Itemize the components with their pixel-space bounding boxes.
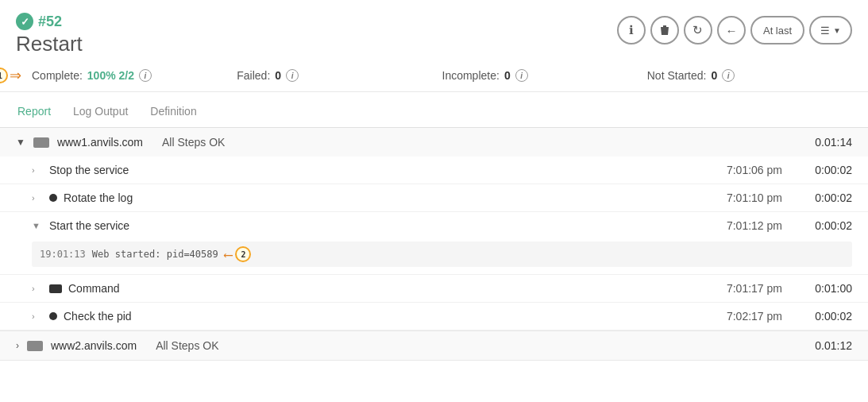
tabs: Report Log Output Definition [0,92,868,128]
server-header-1: ▼ www1.anvils.com All Steps OK 0.01:14 [0,128,868,157]
step-name-command: Command [68,282,681,295]
step-name-stop: Stop the service [49,164,681,176]
failed-label: Failed: [237,69,270,82]
step-toggle-stop[interactable]: › [32,165,43,175]
step-dot-checkpid [49,312,57,320]
callout-badge-2: 2 [235,246,251,262]
stat-complete: Complete: 100% 2/2 i [16,69,237,82]
callout-badge-1: 1 [0,68,8,83]
complete-label: Complete: [32,69,83,82]
callout-2-container: ⟵ 2 [225,246,252,262]
incomplete-value: 0 [504,69,511,82]
step-row-stop: › Stop the service 7:01:06 pm 0:00:02 [0,157,868,184]
step-time-start: 7:01:12 pm [687,219,782,232]
menu-button[interactable]: ☰ ▼ [809,16,852,44]
atlast-button[interactable]: At last [750,16,804,44]
server-icon-2 [27,341,43,351]
tab-log-output[interactable]: Log Output [71,100,129,127]
callout-arrow-2: ⟵ [225,247,233,262]
incomplete-label: Incomplete: [442,69,500,82]
step-row-checkpid: › Check the pid 7:02:17 pm 0:00:02 [0,303,868,330]
step-duration-start: 0:00:02 [789,219,852,232]
stat-incomplete: Incomplete: 0 i [442,69,647,82]
step-toggle-rotate[interactable]: › [32,193,43,203]
step-duration-rotate: 0:00:02 [789,191,852,204]
server-name-2: www2.anvils.com [51,339,137,352]
menu-chevron-icon: ▼ [833,26,841,35]
step-name-start: Start the service [49,219,681,232]
incomplete-info-icon[interactable]: i [515,69,528,82]
step-time-rotate: 7:01:10 pm [687,191,782,204]
server-status-1: All Steps OK [162,136,808,149]
failed-info-icon[interactable]: i [286,69,299,82]
refresh-button[interactable]: ↻ [684,16,712,44]
info-button[interactable]: ℹ [617,16,646,44]
step-row-command: › Command 7:01:17 pm 0:01:00 [0,275,868,303]
step-time-stop: 7:01:06 pm [687,164,782,176]
server-duration-1: 0.01:14 [815,136,852,149]
step-duration-stop: 0:00:02 [789,164,852,176]
step-time-command: 7:01:17 pm [687,282,782,295]
server-toggle-2[interactable]: › [16,340,19,351]
server-icon-1 [33,137,49,148]
step-duration-checkpid: 0:00:02 [789,310,852,323]
log-timestamp: 19:01:13 [40,249,86,260]
step-toggle-start[interactable]: ▼ [32,221,43,230]
toolbar: ℹ ↻ ← At last ☰ ▼ [617,13,852,44]
content: ▼ www1.anvils.com All Steps OK 0.01:14 ›… [0,128,868,361]
complete-info-icon[interactable]: i [139,69,152,82]
server-header-2: › www2.anvils.com All Steps OK 0.01:12 [0,331,868,360]
failed-value: 0 [275,69,281,82]
step-duration-command: 0:01:00 [789,282,852,295]
step-log-start: 19:01:13 Web started: pid=40589 ⟵ 2 [32,242,852,267]
command-icon [49,284,62,293]
step-time-checkpid: 7:02:17 pm [687,310,782,323]
job-id: ✓ #52 [16,13,83,30]
tab-report[interactable]: Report [16,100,52,127]
header: ✓ #52 Restart ℹ ↻ ← At last ☰ ▼ 1 ⇒ Comp… [0,0,868,92]
step-toggle-checkpid[interactable]: › [32,311,43,321]
back-button[interactable]: ← [717,16,746,44]
server-duration-2: 0.01:12 [815,339,852,352]
step-row-rotate: › Rotate the log 7:01:10 pm 0:00:02 [0,184,868,212]
not-started-info-icon[interactable]: i [722,69,735,82]
stat-not-started: Not Started: 0 i [647,69,852,82]
menu-lines-icon: ☰ [820,25,830,37]
server-row-2: › www2.anvils.com All Steps OK 0.01:12 [0,331,868,361]
server-toggle-1[interactable]: ▼ [16,137,25,148]
step-row-main-start: ▼ Start the service 7:01:12 pm 0:00:02 [32,219,852,232]
step-row-start: ▼ Start the service 7:01:12 pm 0:00:02 1… [0,212,868,275]
tab-definition[interactable]: Definition [149,100,198,127]
stats-bar: 1 ⇒ Complete: 100% 2/2 i Failed: 0 i Inc… [0,63,868,92]
check-icon: ✓ [16,13,33,30]
title-area: ✓ #52 Restart [16,13,83,56]
log-content: Web started: pid=40589 [92,249,218,260]
step-dot-rotate [49,194,57,202]
server-name-1: www1.anvils.com [57,136,143,149]
server-status-2: All Steps OK [156,339,808,352]
step-name-rotate: Rotate the log [64,191,681,204]
step-name-checkpid: Check the pid [64,310,681,323]
server-row-1: ▼ www1.anvils.com All Steps OK 0.01:14 ›… [0,128,868,331]
callout-1-container: 1 ⇒ [0,67,21,84]
not-started-label: Not Started: [647,69,707,82]
complete-value: 100% 2/2 [87,69,134,82]
callout-arrow-1: ⇒ [10,67,21,84]
stat-failed: Failed: 0 i [237,69,442,82]
job-id-text: #52 [38,14,62,30]
step-toggle-command[interactable]: › [32,284,43,293]
delete-button[interactable] [650,16,679,44]
not-started-value: 0 [711,69,717,82]
job-title: Restart [16,32,83,56]
